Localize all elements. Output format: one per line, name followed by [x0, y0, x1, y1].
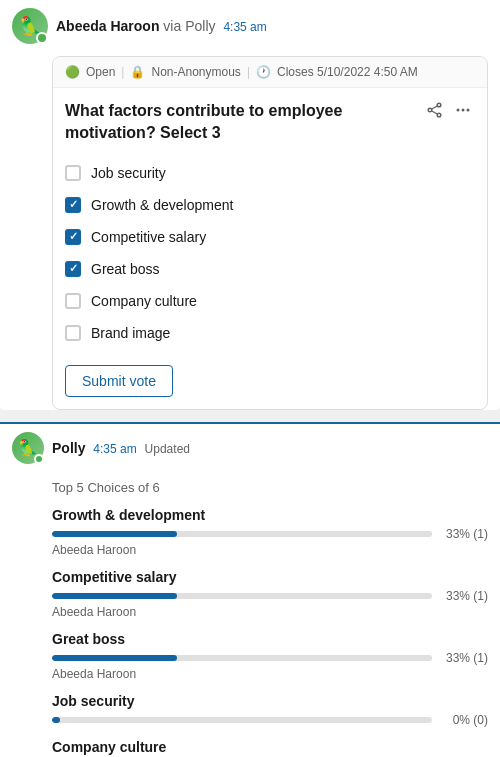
- poll-card: 🟢 Open | 🔒 Non-Anonymous | 🕐 Closes 5/10…: [52, 56, 488, 410]
- result-name-1: Growth & development: [52, 507, 488, 523]
- option-row: Job security: [65, 157, 475, 189]
- result-bar-track-3: [52, 655, 432, 661]
- result-name-3: Great boss: [52, 631, 488, 647]
- meta-divider-1: |: [121, 65, 124, 79]
- option-row: Company culture: [65, 285, 475, 317]
- option-checkbox-3[interactable]: [65, 229, 81, 245]
- option-label-2: Growth & development: [91, 197, 233, 213]
- option-checkbox-2[interactable]: [65, 197, 81, 213]
- result-voters-2: Abeeda Haroon: [52, 605, 488, 619]
- svg-point-0: [437, 103, 441, 107]
- header-meta: Abeeda Haroon via Polly 4:35 am: [56, 18, 488, 34]
- share-button[interactable]: [423, 100, 447, 124]
- option-row: Growth & development: [65, 189, 475, 221]
- svg-point-1: [437, 113, 441, 117]
- result-item: Competitive salary 33% (1) Abeeda Haroon: [52, 569, 488, 619]
- option-label-3: Competitive salary: [91, 229, 206, 245]
- result-pct-3: 33% (1): [440, 651, 488, 665]
- option-checkbox-1[interactable]: [65, 165, 81, 181]
- poll-closes: Closes 5/10/2022 4:50 AM: [277, 65, 418, 79]
- svg-point-2: [428, 108, 432, 112]
- svg-line-3: [432, 106, 438, 109]
- result-bar-row-4: 0% (0): [52, 713, 488, 727]
- result-name-2: Competitive salary: [52, 569, 488, 585]
- result-pct-1: 33% (1): [440, 527, 488, 541]
- option-label-6: Brand image: [91, 325, 170, 341]
- result-item: Job security 0% (0): [52, 693, 488, 727]
- avatar: 🦜: [12, 8, 48, 44]
- results-section: 🦜 Polly 4:35 am Updated Top 5 Choices of…: [0, 422, 500, 757]
- result-item: Company culture 0% (0): [52, 739, 488, 757]
- option-row: Competitive salary: [65, 221, 475, 253]
- results-timestamp: 4:35 am: [93, 442, 136, 456]
- question-header-row: What factors contribute to employee moti…: [53, 88, 487, 149]
- result-name-5: Company culture: [52, 739, 488, 755]
- submit-vote-button[interactable]: Submit vote: [65, 365, 173, 397]
- result-bar-row-2: 33% (1): [52, 589, 488, 603]
- result-bar-fill-1: [52, 531, 177, 537]
- results-title: Top 5 Choices of 6: [52, 480, 488, 495]
- poll-top-icons: [423, 100, 475, 124]
- result-voters-3: Abeeda Haroon: [52, 667, 488, 681]
- via-text: via Polly: [163, 18, 215, 34]
- poll-meta-bar: 🟢 Open | 🔒 Non-Anonymous | 🕐 Closes 5/10…: [53, 57, 487, 88]
- result-bar-track-1: [52, 531, 432, 537]
- header-timestamp: 4:35 am: [223, 20, 266, 34]
- poll-question: What factors contribute to employee moti…: [65, 100, 415, 145]
- poll-options: Job security Growth & development Compet…: [53, 149, 487, 361]
- result-bar-row-1: 33% (1): [52, 527, 488, 541]
- option-checkbox-5[interactable]: [65, 293, 81, 309]
- results-meta: Polly 4:35 am Updated: [52, 440, 190, 456]
- results-body: Top 5 Choices of 6 Growth & development …: [0, 472, 500, 757]
- result-pct-4: 0% (0): [440, 713, 488, 727]
- option-checkbox-4[interactable]: [65, 261, 81, 277]
- option-label-4: Great boss: [91, 261, 159, 277]
- svg-point-7: [467, 109, 470, 112]
- svg-line-4: [432, 111, 438, 114]
- avatar-status-badge: [36, 32, 48, 44]
- option-row: Great boss: [65, 253, 475, 285]
- result-bar-fill-2: [52, 593, 177, 599]
- result-name-4: Job security: [52, 693, 488, 709]
- results-header: 🦜 Polly 4:35 am Updated: [0, 422, 500, 472]
- message-header: 🦜 Abeeda Haroon via Polly 4:35 am: [0, 0, 500, 52]
- result-bar-track-4: [52, 717, 432, 723]
- more-options-button[interactable]: [451, 100, 475, 124]
- sender-name: Abeeda Haroon: [56, 18, 159, 34]
- meta-divider-2: |: [247, 65, 250, 79]
- results-updated: Updated: [145, 442, 190, 456]
- result-bar-fill-3: [52, 655, 177, 661]
- results-app-name: Polly: [52, 440, 85, 456]
- option-label-1: Job security: [91, 165, 166, 181]
- option-label-5: Company culture: [91, 293, 197, 309]
- result-item: Growth & development 33% (1) Abeeda Haro…: [52, 507, 488, 557]
- status-icon: 🟢: [65, 65, 80, 79]
- lock-icon: 🔒: [130, 65, 145, 79]
- results-avatar-badge: [34, 454, 44, 464]
- result-bar-row-3: 33% (1): [52, 651, 488, 665]
- result-bar-fill-4: [52, 717, 60, 723]
- result-pct-2: 33% (1): [440, 589, 488, 603]
- svg-point-6: [462, 109, 465, 112]
- option-checkbox-6[interactable]: [65, 325, 81, 341]
- result-item: Great boss 33% (1) Abeeda Haroon: [52, 631, 488, 681]
- clock-icon: 🕐: [256, 65, 271, 79]
- svg-point-5: [457, 109, 460, 112]
- result-voters-1: Abeeda Haroon: [52, 543, 488, 557]
- poll-status: Open: [86, 65, 115, 79]
- result-bar-track-2: [52, 593, 432, 599]
- results-avatar: 🦜: [12, 432, 44, 464]
- option-row: Brand image: [65, 317, 475, 349]
- poll-anonymity: Non-Anonymous: [151, 65, 240, 79]
